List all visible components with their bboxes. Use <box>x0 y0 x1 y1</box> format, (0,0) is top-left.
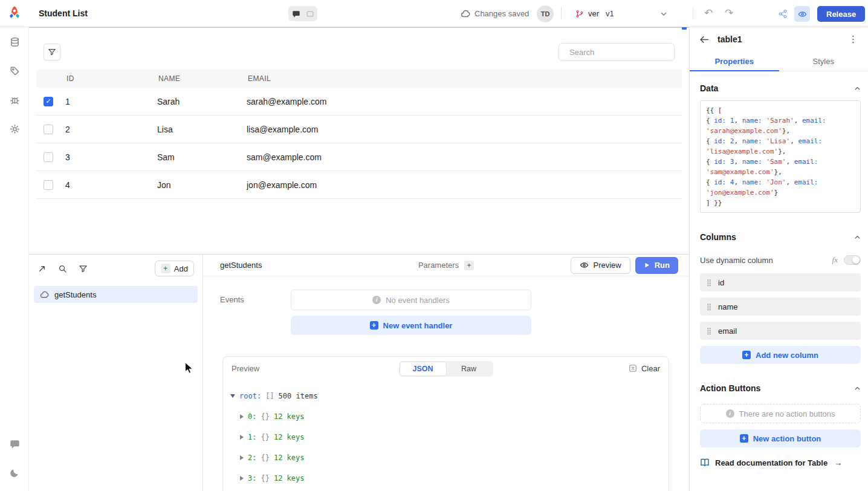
undo-button[interactable]: ↶ <box>700 4 717 21</box>
release-button[interactable]: Release <box>817 6 865 22</box>
query-name[interactable]: getStudents <box>220 261 262 270</box>
widget-name[interactable]: table1 <box>717 34 742 44</box>
code-line: { id: 3, name: 'Sam', email: <box>706 157 855 167</box>
query-list-pane: + Add getStudents <box>29 255 203 491</box>
tab-json[interactable]: JSON <box>400 362 446 376</box>
bug-icon[interactable] <box>0 85 29 114</box>
query-list-item[interactable]: getStudents <box>34 286 198 303</box>
new-action-button[interactable]: + New action button <box>700 429 861 447</box>
appsmith-logo-icon[interactable] <box>6 5 23 22</box>
eye-icon <box>798 10 807 19</box>
tab-properties[interactable]: Properties <box>690 51 779 71</box>
help-chat-icon[interactable] <box>0 429 29 458</box>
column-item[interactable]: ⣿name <box>700 298 861 316</box>
table-row[interactable]: 2Lisalisa@example.com <box>36 115 682 143</box>
dynamic-column-toggle[interactable] <box>844 255 861 265</box>
row-checkbox[interactable] <box>44 125 53 134</box>
branch-selector[interactable]: ver v1 <box>575 0 614 27</box>
node-count: 12 keys <box>274 433 305 441</box>
fx-toggle-icon[interactable]: fx <box>832 255 838 265</box>
parameters-label: Parameters <box>418 261 459 270</box>
clear-button[interactable]: Clear <box>629 364 660 373</box>
table-row[interactable]: 4Jonjon@example.com <box>36 171 682 199</box>
filter-icon[interactable] <box>79 264 88 273</box>
column-item[interactable]: ⣿id <box>700 273 861 291</box>
tab-raw[interactable]: Raw <box>446 362 492 376</box>
column-name: id <box>718 278 724 287</box>
action-buttons-section-header[interactable]: Action Buttons <box>700 380 861 397</box>
drag-handle-icon[interactable]: ⣿ <box>707 279 711 286</box>
avatar[interactable]: TD <box>537 5 554 22</box>
preview-button[interactable]: Preview <box>571 257 630 274</box>
response-preview-label: Preview <box>232 364 259 373</box>
left-sidebar <box>0 27 29 491</box>
new-event-handler-button[interactable]: + New event handler <box>291 316 531 335</box>
documentation-link[interactable]: Read documentation for Table → <box>700 458 861 467</box>
expand-icon[interactable] <box>240 455 244 460</box>
back-arrow-icon[interactable] <box>699 34 710 45</box>
redo-button[interactable]: ↷ <box>721 4 737 21</box>
cloud-icon <box>461 9 470 19</box>
collapse-icon[interactable] <box>854 385 861 392</box>
row-checkbox[interactable]: ✓ <box>44 97 53 106</box>
table-row[interactable]: ✓1Sarahsarah@example.com <box>36 88 682 115</box>
add-parameter-button[interactable]: + <box>464 261 474 270</box>
share-button[interactable] <box>775 6 791 22</box>
column-header-id[interactable]: ID <box>65 74 157 83</box>
cell-id: 4 <box>65 180 157 190</box>
run-button[interactable]: Run <box>635 257 678 274</box>
json-tree-node[interactable]: 1:{}12 keys <box>230 427 661 447</box>
expand-icon[interactable] <box>240 435 244 440</box>
canvas-resize-handle[interactable] <box>682 27 687 30</box>
node-brackets: [] <box>265 392 274 400</box>
database-icon[interactable] <box>0 27 29 56</box>
row-checkbox-cell <box>36 125 65 134</box>
data-code-editor[interactable]: {{ [ { id: 1, name: 'Sarah', email:'sara… <box>700 100 861 213</box>
collapse-icon[interactable] <box>230 394 235 398</box>
node-key: 0: <box>248 412 256 421</box>
code-line: 'sarah@example.com'}, <box>706 126 855 136</box>
table-widget[interactable]: ID NAME EMAIL ✓1Sarahsarah@example.com2L… <box>36 36 682 254</box>
add-query-button[interactable]: + Add <box>155 261 194 276</box>
parameters-control: Parameters + <box>418 261 474 270</box>
collapse-icon[interactable] <box>854 85 861 92</box>
comment-mode-button[interactable] <box>290 7 302 20</box>
canvas-mode-button[interactable] <box>303 7 316 20</box>
drag-handle-icon[interactable]: ⣿ <box>707 304 711 310</box>
preview-app-button[interactable] <box>794 6 810 22</box>
data-section-header[interactable]: Data <box>700 80 861 97</box>
column-header-email[interactable]: EMAIL <box>247 74 682 83</box>
canvas[interactable]: ID NAME EMAIL ✓1Sarahsarah@example.com2L… <box>29 27 689 254</box>
json-tree-node[interactable]: 2:{}12 keys <box>230 447 661 468</box>
plus-icon: + <box>742 351 751 359</box>
tag-icon[interactable] <box>0 56 29 85</box>
row-checkbox[interactable] <box>44 152 53 162</box>
expand-icon[interactable] <box>240 476 244 481</box>
save-status-text: Changes saved <box>474 9 529 18</box>
chevron-down-icon[interactable] <box>656 7 671 21</box>
drag-handle-icon[interactable]: ⣿ <box>707 328 711 334</box>
query-item-label: getStudents <box>54 290 96 299</box>
moon-icon[interactable] <box>0 458 29 487</box>
json-tree-node[interactable]: 0:{}12 keys <box>230 406 661 427</box>
expand-icon[interactable] <box>37 264 47 273</box>
column-header-name[interactable]: NAME <box>157 74 247 83</box>
gear-icon[interactable] <box>0 114 29 143</box>
cell-name: Jon <box>157 180 247 190</box>
add-new-column-button[interactable]: + Add new column <box>700 346 861 364</box>
table-row[interactable]: 3Samsam@example.com <box>36 143 682 171</box>
row-checkbox[interactable] <box>44 180 53 190</box>
tab-styles[interactable]: Styles <box>779 51 868 71</box>
json-tree-root[interactable]: root:[]500 items <box>230 386 661 406</box>
json-tree-node[interactable]: 3:{}12 keys <box>230 468 661 489</box>
node-brackets: {} <box>261 454 269 462</box>
collapse-icon[interactable] <box>854 234 861 241</box>
table-search-input[interactable] <box>569 48 676 57</box>
column-item[interactable]: ⣿email <box>700 322 861 340</box>
kebab-menu-icon[interactable]: ⋮ <box>849 34 858 45</box>
expand-icon[interactable] <box>240 414 244 419</box>
columns-section-header[interactable]: Columns <box>700 229 861 246</box>
search-icon[interactable] <box>58 264 67 273</box>
mode-toggle <box>288 6 317 21</box>
table-filter-button[interactable] <box>44 44 60 60</box>
